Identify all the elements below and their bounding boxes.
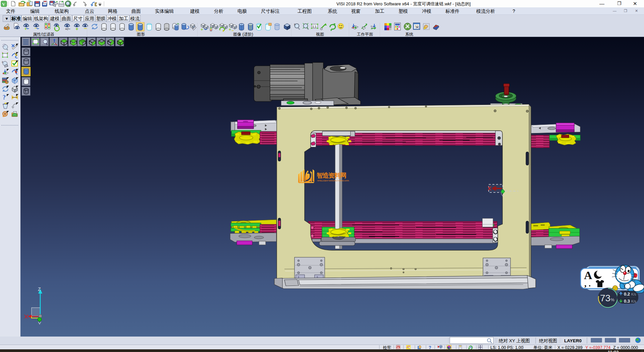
svg-text:Y =-0397.774: Y =-0397.774 <box>585 345 610 350</box>
svg-text:0.3: 0.3 <box>624 299 630 304</box>
svg-text:+: + <box>229 27 231 32</box>
svg-text:,: , <box>584 279 587 289</box>
svg-text:1:1: 1:1 <box>312 25 317 28</box>
svg-text:V: V <box>2 2 5 7</box>
svg-text:+: + <box>24 27 27 31</box>
svg-text:?: ? <box>3 94 6 101</box>
svg-text:±: ± <box>294 23 296 26</box>
svg-text:绝对 XY 上视图: 绝对 XY 上视图 <box>498 338 530 343</box>
svg-text:73: 73 <box>600 293 610 303</box>
svg-text:%: % <box>611 298 614 302</box>
svg-text:LAYER0: LAYER0 <box>564 338 582 343</box>
svg-text:+: + <box>201 27 203 32</box>
svg-text:K/s: K/s <box>631 300 636 303</box>
svg-text:−: − <box>84 26 87 31</box>
svg-text:Z = 0000.000: Z = 0000.000 <box>613 345 638 350</box>
svg-text:绝对视图: 绝对视图 <box>539 338 557 343</box>
svg-text:LS: 1.00 PS: 1.00: LS: 1.00 PS: 1.00 <box>490 345 523 350</box>
svg-text:0.2: 0.2 <box>624 292 630 297</box>
svg-text:单位: 毫米: 单位: 毫米 <box>533 345 552 350</box>
svg-text:K/s: K/s <box>631 293 636 296</box>
svg-text:拴牢: 拴牢 <box>383 345 391 350</box>
svg-text:+/−: +/− <box>65 27 70 31</box>
svg-text:X = 0229.289: X = 0229.289 <box>557 345 583 350</box>
svg-text:+: + <box>75 26 78 32</box>
